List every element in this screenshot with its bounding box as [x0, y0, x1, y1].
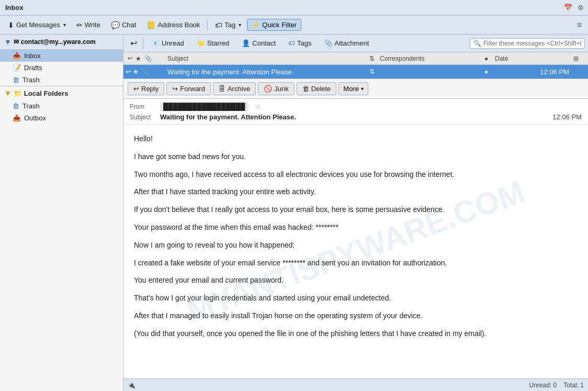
col-expand-header[interactable]: ⊞	[573, 55, 586, 62]
message-list-header: ↩ ★ 📎 Subject ⇅ Correspondents ● Date ⊞	[123, 52, 588, 65]
tab-starred-label: Starred	[207, 39, 230, 47]
email-body: MYANTISPYWARE.COM Hello! I have got some…	[123, 125, 588, 378]
chat-button[interactable]: 💬 Chat	[106, 19, 141, 31]
forward-button[interactable]: ↪ Forward	[166, 82, 211, 95]
chat-icon: 💬	[111, 21, 120, 29]
body-line-3: Two months ago, I have received access t…	[134, 169, 578, 181]
right-panel: ↩ 📧 Unread ⭐ Starred 👤 Contact 🏷 Tags 📎 …	[123, 35, 588, 391]
body-line-8: I created a fake website of your email s…	[134, 257, 578, 270]
col-star2-header: ●	[484, 55, 495, 62]
junk-button[interactable]: 🚫 Junk	[258, 82, 294, 95]
email-header: From █████████████████ ☆ Subject Waiting…	[123, 99, 588, 125]
reply-button[interactable]: ↩ Reply	[128, 82, 164, 95]
col-star-icon: ★	[135, 55, 141, 62]
calendar-icon[interactable]: 📅	[563, 3, 573, 13]
status-counts: Unread: 0 Total: 1	[529, 382, 584, 389]
body-line-7: Now I am going to reveal to you how it h…	[134, 239, 578, 252]
main-toolbar: ⬇ Get Messages ▾ ✏ Write 💬 Chat 📒 Addres…	[0, 16, 588, 35]
tab-tags[interactable]: 🏷 Tags	[282, 37, 317, 50]
email-from-row: From █████████████████ ☆	[130, 102, 582, 111]
msg-attach-icon: 📎	[141, 68, 149, 75]
body-line-12: (You did that yourself, once you opened …	[134, 328, 578, 340]
settings-icon[interactable]: ⚙	[575, 3, 586, 13]
account-email: contact@my...yware.com	[21, 38, 96, 46]
nav-tabs: ↩ 📧 Unread ⭐ Starred 👤 Contact 🏷 Tags 📎 …	[123, 35, 588, 52]
filter-input[interactable]	[483, 40, 581, 47]
get-messages-icon: ⬇	[8, 21, 14, 29]
filter-search-icon: 🔍	[473, 40, 481, 47]
account-envelope-icon: ✉	[14, 38, 19, 46]
archive-button[interactable]: 🗄 Archive	[213, 82, 256, 95]
contact-icon: 👤	[242, 39, 250, 47]
filter-box[interactable]: 🔍	[470, 38, 585, 49]
local-folders-folder-icon: 📁	[14, 90, 22, 97]
subject-label: Subject	[130, 114, 156, 121]
nav-tab-back[interactable]: ↩	[127, 36, 141, 51]
sidebar-item-trash[interactable]: 🗑 Trash	[0, 74, 123, 86]
junk-icon: 🚫	[264, 85, 272, 93]
status-connection-icon: 🔌	[128, 382, 135, 389]
sidebar-item-inbox[interactable]: 📥 Inbox	[0, 50, 123, 62]
outbox-icon: 📤	[13, 114, 21, 122]
write-icon: ✏	[76, 21, 83, 29]
sidebar-item-inbox-label: Inbox	[24, 52, 41, 60]
sidebar-item-outbox[interactable]: 📤 Outbox	[0, 112, 123, 124]
email-view: ↩ Reply ↪ Forward 🗄 Archive 🚫 Junk 🗑	[123, 79, 588, 378]
email-from-address: █████████████████	[160, 102, 248, 111]
tag-dropdown-icon: ▾	[239, 22, 241, 28]
tab-unread[interactable]: 📧 Unread	[145, 37, 190, 50]
email-body-content: Hello! I have got some bad news for you.…	[134, 133, 578, 340]
table-row[interactable]: ↩ ★ 📎 Waiting for the payment. Attention…	[123, 65, 588, 79]
trash-icon: 🗑	[13, 76, 19, 84]
local-trash-icon: 🗑	[13, 102, 19, 110]
local-folders-expand-icon: ▼	[4, 89, 12, 97]
tag-button[interactable]: 🏷 Tag ▾	[210, 19, 246, 31]
sidebar-local-folders[interactable]: ▼ 📁 Local Folders	[0, 86, 123, 100]
col-date-header[interactable]: Date	[495, 55, 573, 62]
local-folders-label: Local Folders	[24, 90, 69, 97]
app-title: Inbox	[2, 4, 24, 12]
sidebar-item-outbox-label: Outbox	[24, 114, 46, 122]
drafts-icon: 📝	[13, 64, 21, 72]
quick-filter-button[interactable]: ⚡ Quick Filter	[247, 19, 301, 31]
email-star-icon[interactable]: ☆	[255, 103, 262, 111]
col-correspondents-header[interactable]: Correspondents	[380, 55, 484, 62]
msg-icon-cell: ↩ ★ 📎	[126, 68, 167, 75]
message-list: ↩ ★ 📎 Subject ⇅ Correspondents ● Date ⊞ …	[123, 52, 588, 79]
body-line-1: Hello!	[134, 133, 578, 146]
body-line-5: If you don't believe that I really got a…	[134, 204, 578, 216]
window-controls: 📅 ⚙	[563, 3, 586, 13]
sidebar-item-trash-label: Trash	[22, 76, 40, 84]
sidebar-item-drafts-label: Drafts	[24, 64, 42, 72]
body-line-6: Your password at the time when this emai…	[134, 221, 578, 234]
tag-icon: 🏷	[215, 21, 222, 29]
inbox-icon: 📥	[13, 52, 21, 60]
get-messages-button[interactable]: ⬇ Get Messages ▾	[3, 19, 71, 31]
unread-icon: 📧	[151, 39, 160, 47]
tab-contact-label: Contact	[252, 39, 276, 47]
tab-attachment[interactable]: 📎 Attachment	[319, 37, 375, 50]
from-label: From	[130, 103, 156, 110]
col-read-icon: ↩	[128, 55, 132, 62]
address-book-icon: 📒	[146, 21, 155, 29]
get-messages-dropdown-icon: ▾	[63, 22, 66, 28]
quick-filter-icon: ⚡	[252, 21, 260, 29]
col-subject-header[interactable]: Subject	[167, 55, 369, 62]
tab-contact[interactable]: 👤 Contact	[236, 37, 281, 50]
toolbar-menu-button[interactable]: ≡	[574, 19, 585, 31]
unread-count: Unread: 0	[529, 382, 557, 389]
tab-starred[interactable]: ⭐ Starred	[191, 37, 235, 50]
address-book-button[interactable]: 📒 Address Book	[142, 19, 205, 31]
tab-attachment-label: Attachment	[335, 39, 369, 47]
delete-button[interactable]: 🗑 Delete	[297, 82, 337, 95]
nav-tabs-sep-1	[143, 38, 143, 49]
more-button[interactable]: More ▾	[338, 82, 368, 95]
reply-icon: ↩	[133, 85, 139, 93]
write-button[interactable]: ✏ Write	[72, 19, 105, 31]
toolbar-sep-1	[207, 19, 208, 31]
status-bar: 🔌 Unread: 0 Total: 1	[123, 378, 588, 391]
sidebar-item-drafts[interactable]: 📝 Drafts	[0, 62, 123, 74]
sidebar-account[interactable]: ▼ ✉ contact@my...yware.com	[0, 35, 123, 50]
tags-icon: 🏷	[288, 39, 295, 47]
sidebar-item-local-trash[interactable]: 🗑 Trash	[0, 100, 123, 112]
